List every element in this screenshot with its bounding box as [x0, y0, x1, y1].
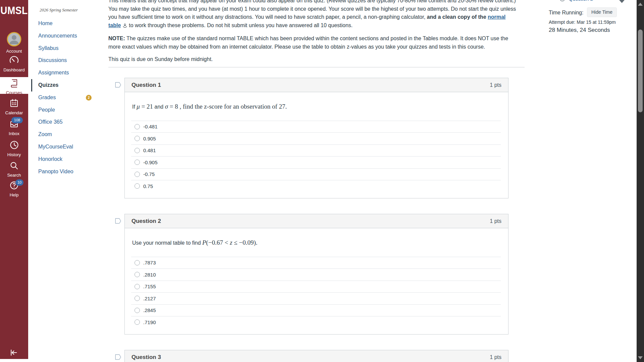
course-nav-people[interactable]: People: [31, 104, 108, 116]
question-points: 1 pts: [490, 214, 501, 228]
answer-radio[interactable]: [135, 160, 140, 165]
global-nav-sidebar: UMSL Account Dashboard Courses: [0, 0, 28, 359]
answer-option[interactable]: .7190: [131, 316, 501, 328]
sidebar-item-dashboard[interactable]: Dashboard: [0, 55, 28, 72]
answer-options: .7873 .2810 .7155 .2127 .2845 .7190: [131, 257, 501, 328]
answer-radio[interactable]: [135, 296, 140, 301]
calendar-icon: [9, 98, 19, 108]
sidebar-item-help[interactable]: 10 Help: [0, 180, 28, 197]
course-nav-home[interactable]: Home: [31, 17, 108, 30]
course-term-label: 2026 Spring Semester: [40, 7, 78, 13]
collapse-sidebar-icon[interactable]: [8, 347, 19, 358]
course-nav-announcements[interactable]: Announcements: [31, 30, 108, 42]
answer-option[interactable]: -0.481: [131, 121, 501, 133]
answer-radio[interactable]: [135, 124, 140, 129]
download-icon: [122, 23, 127, 28]
answer-option[interactable]: .7873: [131, 257, 501, 269]
course-nav-grades[interactable]: Grades 2: [31, 92, 108, 104]
question-prompt: Use your normal table to find P(−0.67 < …: [132, 238, 501, 247]
answer-radio[interactable]: [135, 172, 140, 177]
answer-radio[interactable]: [135, 260, 140, 265]
course-nav-sidebar: 2026 Spring Semester Home Announcements …: [28, 0, 108, 359]
sidebar-item-history[interactable]: History: [0, 140, 28, 157]
sidebar-item-courses[interactable]: Courses: [0, 77, 28, 94]
sidebar-label-history: History: [0, 152, 28, 157]
time-remaining-text: 28 Minutes, 24 Seconds: [549, 27, 610, 34]
answer-option[interactable]: .2810: [131, 268, 501, 281]
question-3-box: Question 3 1 pts: [124, 350, 508, 362]
scrollbar[interactable]: [637, 0, 644, 362]
note-label: NOTE:: [108, 36, 125, 41]
sidebar-item-calendar[interactable]: Calendar: [0, 98, 28, 115]
question-prompt: If μ = 21 and σ = 8 , find the z-score f…: [132, 102, 501, 111]
answer-option[interactable]: .2127: [131, 292, 501, 304]
dashboard-gauge-icon: [9, 55, 19, 65]
answer-option[interactable]: .2845: [131, 304, 501, 316]
sidebar-label-calendar: Calendar: [0, 110, 28, 115]
sidebar-label-courses: Courses: [0, 90, 28, 95]
answer-radio[interactable]: [135, 308, 140, 313]
scrollbar-down-arrow[interactable]: [638, 356, 643, 359]
umsl-logo[interactable]: UMSL: [0, 5, 28, 17]
question-header: Question 3 1 pts: [125, 350, 508, 362]
question-2-box: Question 2 1 pts Use your normal table t…: [124, 214, 508, 335]
sidebar-label-help: Help: [0, 192, 28, 197]
chevron-down-icon[interactable]: [619, 0, 625, 3]
answer-radio[interactable]: [135, 319, 140, 325]
question-1-box: Question 1 1 pts If μ = 21 and σ = 8 , f…: [124, 78, 508, 198]
quiz-instructions-paragraph: This means that any concept that may app…: [108, 0, 518, 29]
question-title: Question 3: [131, 350, 161, 362]
question-title: Question 2: [131, 214, 161, 228]
course-nav-assignments[interactable]: Assignments: [31, 67, 108, 79]
question-points: 1 pts: [490, 78, 501, 92]
course-nav-honorlock[interactable]: Honorlock: [31, 153, 108, 166]
question-points: 1 pts: [490, 350, 501, 362]
question-nav-link[interactable]: Question 2: [569, 0, 593, 2]
answer-option[interactable]: 0.481: [131, 144, 501, 157]
answer-options: -0.481 0.905 0.481 -0.905 -0.75 0.75: [131, 121, 501, 192]
course-nav-panopto[interactable]: Panopto Video: [31, 166, 108, 178]
course-nav-discussions[interactable]: Discussions: [31, 54, 108, 67]
sidebar-label-account: Account: [0, 49, 28, 54]
answer-radio[interactable]: [135, 136, 140, 141]
flag-question-icon[interactable]: [114, 81, 122, 89]
hide-time-button[interactable]: Hide Time: [587, 7, 617, 17]
attempt-due-text: Attempt due: Mar 15 at 11:59pm: [549, 19, 616, 25]
history-clock-icon: [9, 140, 19, 150]
sidebar-label-search: Search: [0, 173, 28, 178]
question-header: Question 2 1 pts: [125, 214, 508, 228]
course-nav-office365[interactable]: Office 365: [31, 116, 108, 128]
course-nav-mycourseeval[interactable]: MyCourseEval: [31, 141, 108, 153]
sidebar-label-dashboard: Dashboard: [0, 67, 28, 72]
answer-option[interactable]: -0.905: [131, 156, 501, 168]
course-nav-syllabus[interactable]: Syllabus: [31, 42, 108, 55]
content-divider: [108, 67, 525, 67]
sidebar-item-inbox[interactable]: 108 Inbox: [0, 119, 28, 136]
flag-question-icon[interactable]: [114, 217, 122, 225]
note-paragraph: NOTE: The quizzes make use of the standa…: [108, 35, 518, 51]
question-status-icon: [559, 0, 565, 2]
question-nav-link-row[interactable]: Question 2: [559, 0, 593, 3]
course-nav-quizzes[interactable]: Quizzes: [31, 79, 108, 92]
search-icon: [9, 161, 19, 171]
answer-option[interactable]: -0.75: [131, 168, 501, 180]
sidebar-item-search[interactable]: Search: [0, 161, 28, 178]
answer-radio[interactable]: [135, 183, 140, 189]
course-nav-zoom[interactable]: Zoom: [31, 128, 108, 141]
answer-radio[interactable]: [135, 284, 140, 289]
flag-question-icon[interactable]: [114, 353, 122, 361]
question-title: Question 1: [131, 78, 161, 92]
courses-book-icon: [9, 78, 19, 88]
quiz-content: This means that any concept that may app…: [108, 0, 525, 362]
answer-option[interactable]: 0.75: [131, 180, 501, 192]
scrollbar-thumb[interactable]: [638, 29, 643, 112]
inbox-unread-badge: 108: [11, 117, 23, 123]
help-badge: 10: [15, 179, 23, 186]
answer-option[interactable]: .7155: [131, 281, 501, 293]
answer-option[interactable]: 0.905: [131, 132, 501, 144]
scrollbar-up-arrow[interactable]: [638, 3, 643, 6]
sidebar-item-account[interactable]: Account: [0, 32, 28, 54]
answer-radio[interactable]: [135, 148, 140, 153]
time-running-label: Time Running:: [549, 10, 583, 16]
answer-radio[interactable]: [135, 272, 140, 277]
